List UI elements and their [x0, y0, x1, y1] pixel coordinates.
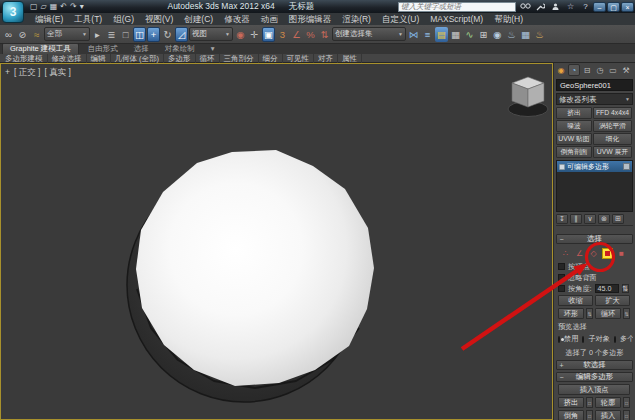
- select-object-icon[interactable]: ▸: [91, 27, 104, 42]
- soft-selection-rollout-header[interactable]: + 软选择: [556, 360, 633, 370]
- graphite-ribbon-toggle-icon[interactable]: ▦: [449, 27, 462, 42]
- ring-button[interactable]: 环形: [558, 308, 584, 319]
- extrude-button[interactable]: 挤出: [558, 397, 584, 408]
- ignore-backfacing-checkbox[interactable]: [558, 274, 565, 281]
- search-icon[interactable]: [520, 2, 531, 12]
- open-file-icon[interactable]: ▱: [41, 1, 47, 12]
- stack-visibility-icon[interactable]: [559, 164, 565, 170]
- radio-subobj[interactable]: [582, 336, 584, 343]
- unlink-selection-icon[interactable]: ⊘: [16, 27, 29, 42]
- insert-settings-icon[interactable]: □: [623, 410, 630, 420]
- new-file-icon[interactable]: ▢: [30, 1, 38, 12]
- loop-button[interactable]: 循环: [595, 308, 621, 319]
- show-end-result-icon[interactable]: ∥: [570, 214, 582, 224]
- geosphere-object[interactable]: [136, 150, 374, 386]
- minimize-button[interactable]: ‒: [593, 2, 606, 12]
- keyboard-shortcut-override-icon[interactable]: ▣: [262, 27, 275, 42]
- stack-subtree-icon[interactable]: [623, 163, 630, 170]
- modifier-list-dropdown[interactable]: 修改器列表 ▼: [556, 93, 633, 105]
- curve-editor-icon[interactable]: ∿: [463, 27, 476, 42]
- stack-item-editable-poly[interactable]: 可编辑多边形: [557, 161, 632, 172]
- tab-motion[interactable]: ◷: [594, 64, 606, 76]
- reference-coordinate-dropdown[interactable]: 视图▼: [189, 27, 233, 41]
- angle-snap-icon[interactable]: ∠: [290, 27, 303, 42]
- render-production-icon[interactable]: ♨: [533, 27, 546, 42]
- shrink-button[interactable]: 收缩: [558, 295, 593, 306]
- select-and-manipulate-icon[interactable]: ✛: [248, 27, 261, 42]
- configure-modifier-sets-icon[interactable]: ⊞: [612, 214, 624, 224]
- rectangular-selection-region-icon[interactable]: □: [119, 27, 132, 42]
- spinner-icon[interactable]: ⇅: [622, 284, 629, 293]
- communication-center-icon[interactable]: [550, 2, 561, 12]
- app-menu-button[interactable]: 3: [2, 1, 24, 23]
- close-button[interactable]: ×: [621, 2, 634, 12]
- outline-button[interactable]: 轮廓: [595, 397, 621, 408]
- select-by-name-icon[interactable]: ≣: [105, 27, 118, 42]
- by-angle-value-field[interactable]: 45.0: [595, 284, 619, 293]
- tab-hierarchy[interactable]: ⊟: [581, 64, 593, 76]
- select-and-link-icon[interactable]: ∞: [2, 27, 15, 42]
- maximize-button[interactable]: ▢: [607, 2, 620, 12]
- rendered-frame-window-icon[interactable]: ▦: [519, 27, 532, 42]
- snap-toggle-3d-icon[interactable]: 3: [276, 27, 289, 42]
- edit-polygons-rollout-header[interactable]: − 编辑多边形: [556, 372, 633, 382]
- spinner-snap-icon[interactable]: ⇅: [318, 27, 331, 42]
- remove-modifier-icon[interactable]: ⊗: [598, 214, 610, 224]
- extrude-settings-icon[interactable]: □: [586, 397, 593, 408]
- subscription-wrench-icon[interactable]: [535, 2, 546, 12]
- use-pivot-point-center-icon[interactable]: ◉: [234, 27, 247, 42]
- radio-multiple[interactable]: [614, 336, 616, 343]
- ring-spinner-icon[interactable]: ⇅: [586, 308, 593, 319]
- tab-modify[interactable]: ◔: [568, 64, 580, 76]
- viewport-canvas[interactable]: [1, 64, 553, 420]
- search-input[interactable]: [398, 2, 516, 12]
- layer-manager-icon[interactable]: ▤: [435, 27, 448, 42]
- tab-utilities[interactable]: ⚒: [620, 64, 632, 76]
- polygon-subobject-icon-active[interactable]: [602, 248, 613, 259]
- select-and-move-icon[interactable]: +: [147, 27, 160, 42]
- align-icon[interactable]: ≡: [421, 27, 434, 42]
- element-subobject-icon[interactable]: ■: [616, 248, 627, 259]
- material-editor-icon[interactable]: ◉: [491, 27, 504, 42]
- viewport-pov-menu[interactable]: [ 正交 ]: [14, 67, 40, 79]
- window-crossing-icon[interactable]: ◫: [133, 27, 146, 42]
- named-selection-sets-dropdown[interactable]: 创建选择集▼: [332, 27, 406, 41]
- save-file-icon[interactable]: ▦: [50, 1, 58, 12]
- tab-create[interactable]: ◉: [555, 64, 567, 76]
- border-subobject-icon[interactable]: ◇: [588, 248, 599, 259]
- pin-stack-icon[interactable]: ↧: [556, 214, 568, 224]
- by-angle-checkbox[interactable]: [558, 285, 565, 292]
- selection-filter-dropdown[interactable]: 全部▼: [44, 27, 90, 41]
- by-vertex-checkbox[interactable]: [558, 263, 565, 270]
- viewcube[interactable]: [508, 77, 548, 117]
- schematic-view-icon[interactable]: ⊞: [477, 27, 490, 42]
- viewport-shading-menu[interactable]: [ 真实 ]: [44, 67, 70, 79]
- viewport[interactable]: + [ 正交 ] [ 真实 ]: [0, 63, 553, 420]
- make-unique-icon[interactable]: ∨: [584, 214, 596, 224]
- help-icon[interactable]: ?: [580, 2, 591, 12]
- mirror-icon[interactable]: ⋈: [407, 27, 420, 42]
- insert-vertex-button[interactable]: 插入顶点: [558, 384, 630, 395]
- vertex-subobject-icon[interactable]: ∴: [560, 248, 571, 259]
- undo-icon[interactable]: ↶: [60, 1, 67, 12]
- favorites-star-icon[interactable]: ☆: [565, 2, 576, 12]
- modifier-shortcut-buttons: 挤出FFD 4x4x4噪波涡轮平滑UVW 贴图细化倒角剖面UVW 展开: [556, 107, 633, 158]
- tab-display[interactable]: ▭: [607, 64, 619, 76]
- redo-icon[interactable]: ↷: [70, 1, 77, 12]
- percent-snap-icon[interactable]: %: [304, 27, 317, 42]
- outline-settings-icon[interactable]: □: [623, 397, 630, 408]
- select-and-rotate-icon[interactable]: ↻: [161, 27, 174, 42]
- select-and-scale-icon[interactable]: ◿: [175, 27, 188, 42]
- loop-spinner-icon[interactable]: ⇅: [623, 308, 630, 319]
- render-setup-icon[interactable]: ♨: [505, 27, 518, 42]
- selection-rollout-header[interactable]: − 选择: [556, 234, 633, 244]
- grow-button[interactable]: 扩大: [595, 295, 630, 306]
- edge-subobject-icon[interactable]: ∠: [574, 248, 585, 259]
- object-name-field[interactable]: GeoSphere001: [556, 79, 633, 91]
- insert-button[interactable]: 插入: [595, 410, 621, 420]
- bevel-settings-icon[interactable]: □: [586, 410, 593, 420]
- bevel-button[interactable]: 倒角: [558, 410, 584, 420]
- bind-to-space-warp-icon[interactable]: ≈: [30, 27, 43, 42]
- radio-disable[interactable]: [558, 336, 560, 343]
- viewport-general-menu[interactable]: +: [5, 67, 10, 79]
